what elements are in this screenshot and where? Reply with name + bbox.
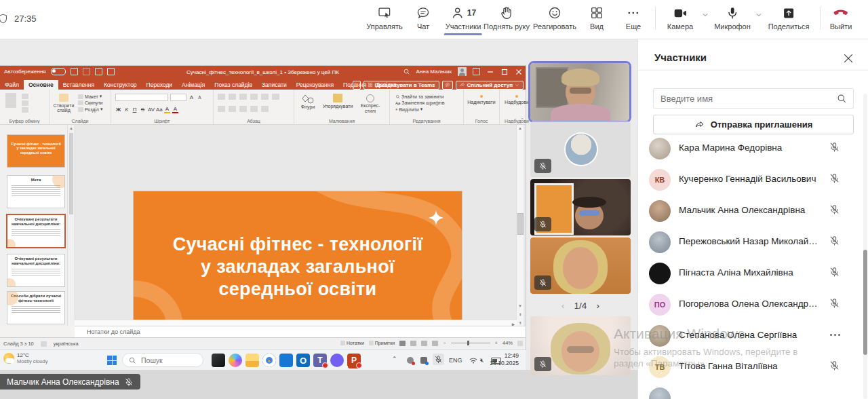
copilot-icon[interactable] [229, 354, 242, 367]
manage-button[interactable]: Управлять [366, 5, 402, 31]
tray-expand-icon[interactable]: ⌃ [392, 356, 397, 362]
participant-row[interactable]: Пережовський Назар Миколайов... [638, 227, 863, 258]
font-size-box[interactable] [170, 94, 186, 101]
teams-icon[interactable]: T [313, 354, 327, 367]
zoom-level[interactable]: 44% [502, 340, 513, 346]
close-panel-button[interactable] [842, 52, 855, 65]
participant-row[interactable]: Степанова Олена Сергіївна [638, 320, 863, 352]
start-button[interactable] [107, 356, 117, 365]
format-painter-icon[interactable] [22, 107, 28, 113]
ribbon-options-icon[interactable] [473, 68, 480, 75]
raise-hand-button[interactable]: Поднять руку [484, 5, 530, 31]
align-center-icon[interactable] [229, 106, 236, 112]
slide-thumbnail-3-selected[interactable]: Очікувані результати навчальної дисциплі… [6, 214, 66, 248]
justify-icon[interactable] [250, 106, 258, 112]
panel-scrollbar[interactable] [863, 94, 867, 399]
video-tile-3[interactable] [530, 179, 631, 235]
slide-thumbnail-4[interactable]: Очікувані результати навчальної дисциплі… [7, 254, 65, 287]
taskbar-weather-widget[interactable]: 12°CMostly cloudy [3, 352, 47, 365]
language-indicator[interactable]: українська [54, 341, 79, 347]
slide-horizontal-scrollbar[interactable]: ▶ [75, 320, 517, 326]
font-name-box[interactable] [115, 94, 168, 101]
indent-increase-icon[interactable] [250, 94, 258, 100]
mic-muted-icon[interactable] [829, 266, 840, 278]
select-button[interactable]: ⌖Виділити ▾ [395, 107, 445, 112]
tab-design[interactable]: Конструктор [99, 80, 141, 90]
tray-mic-muted-icon[interactable] [433, 354, 444, 365]
next-page-chevron-icon[interactable]: › [596, 301, 599, 311]
char-spacing-icon[interactable]: AV [148, 107, 154, 113]
dictate-button[interactable]: Надиктувати [465, 95, 498, 105]
thumbnail-scrollbar[interactable]: ▲ ▼ [67, 125, 75, 326]
tray-app-icon[interactable] [407, 357, 414, 364]
mic-muted-icon[interactable] [829, 204, 840, 215]
wifi-icon[interactable] [469, 357, 477, 364]
video-tile-2[interactable] [530, 121, 631, 177]
participant-row[interactable]: КВ Кучеренко Геннадій Васильович [638, 164, 863, 195]
microphone-options-chevron-icon[interactable] [755, 11, 763, 19]
decrease-font-icon[interactable]: А [197, 95, 203, 100]
slide-sorter-view-icon[interactable] [410, 341, 416, 346]
language-indicator[interactable]: ENG [449, 357, 462, 364]
participant-row-partial[interactable] [638, 383, 863, 399]
minimize-button[interactable] [486, 68, 494, 76]
react-button[interactable]: Реагировать [533, 5, 576, 31]
reset-button[interactable]: Скинути [78, 100, 103, 105]
save-icon[interactable] [71, 68, 78, 75]
section-button[interactable]: Розділ ▾ [78, 107, 103, 112]
taskbar-clock[interactable]: 12:4928.10.2025 [490, 352, 519, 367]
slide-title-text[interactable]: Сучасні фітнес - технології у закладах з… [134, 233, 462, 301]
slide-thumbnail-1[interactable]: Сучасні фітнес - технології у закладах з… [7, 134, 65, 168]
paste-icon[interactable] [5, 93, 16, 108]
share-button[interactable]: Поделиться [768, 5, 810, 31]
account-avatar[interactable] [458, 67, 467, 76]
line-spacing-icon[interactable] [261, 94, 269, 100]
participant-row[interactable]: Кара Марина Федорівна [638, 133, 863, 164]
participants-button[interactable]: 17 Участники [446, 5, 481, 31]
new-slide-button[interactable]: Створити слайд [52, 94, 75, 113]
share-access-button[interactable]: Спільний доступ [456, 81, 524, 90]
redo-icon[interactable] [95, 68, 102, 75]
quick-styles-button[interactable]: Експрес-стилі [357, 94, 384, 113]
slide-thumbnail-2[interactable]: Мета [7, 175, 65, 208]
undo-icon[interactable] [83, 68, 90, 75]
video-tile-active-speaker[interactable] [528, 61, 631, 123]
volume-muted-icon[interactable]: 🔇︎ [480, 357, 484, 364]
ppt-search-icon[interactable] [403, 68, 410, 75]
slide-number-indicator[interactable]: Слайд 3 з 10 [3, 341, 34, 347]
outlook-icon[interactable]: O [296, 354, 310, 367]
file-explorer-icon[interactable] [245, 354, 259, 367]
present-in-teams-button[interactable]: Презентувати в Teams [363, 81, 439, 90]
participant-more-options-icon[interactable] [830, 334, 840, 336]
indent-decrease-icon[interactable] [239, 94, 247, 100]
mic-muted-icon[interactable] [829, 141, 840, 153]
notes-toggle[interactable]: Нотатки [340, 341, 364, 345]
columns-icon[interactable] [261, 106, 269, 112]
find-replace-button[interactable]: Знайти та замінити [395, 94, 445, 99]
change-case-icon[interactable]: Aa [156, 107, 162, 113]
tab-insert[interactable]: Вставлення [58, 80, 99, 90]
task-view-icon[interactable] [212, 354, 225, 367]
slide-canvas[interactable]: Сучасні фітнес - технології у закладах з… [134, 191, 462, 326]
align-right-icon[interactable] [239, 106, 247, 112]
chat-button[interactable]: Чат [416, 5, 431, 31]
participant-search-input[interactable] [654, 94, 836, 104]
bullets-icon[interactable] [218, 94, 225, 100]
account-name[interactable]: Анна Мальчик [416, 69, 452, 75]
view-button[interactable]: Вид [589, 5, 604, 31]
tab-animations[interactable]: Анімація [177, 80, 210, 90]
store-icon[interactable] [279, 354, 293, 367]
numbering-icon[interactable] [229, 94, 236, 100]
video-tile-4[interactable] [530, 238, 631, 294]
send-invite-button[interactable]: Отправка приглашения [653, 115, 854, 134]
layout-button[interactable]: Макет ▾ [78, 94, 103, 99]
coach-button[interactable] [353, 81, 361, 90]
fit-to-window-icon[interactable] [517, 341, 523, 346]
reading-view-icon[interactable] [421, 341, 427, 346]
cut-icon[interactable] [22, 94, 28, 99]
notes-bar[interactable]: Нотатки до слайда [75, 326, 526, 337]
leave-button[interactable]: Выйти [830, 5, 852, 31]
taskbar-search-input[interactable] [140, 356, 197, 365]
tab-home[interactable]: Основне [24, 80, 58, 90]
more-button[interactable]: Еще [626, 5, 641, 31]
